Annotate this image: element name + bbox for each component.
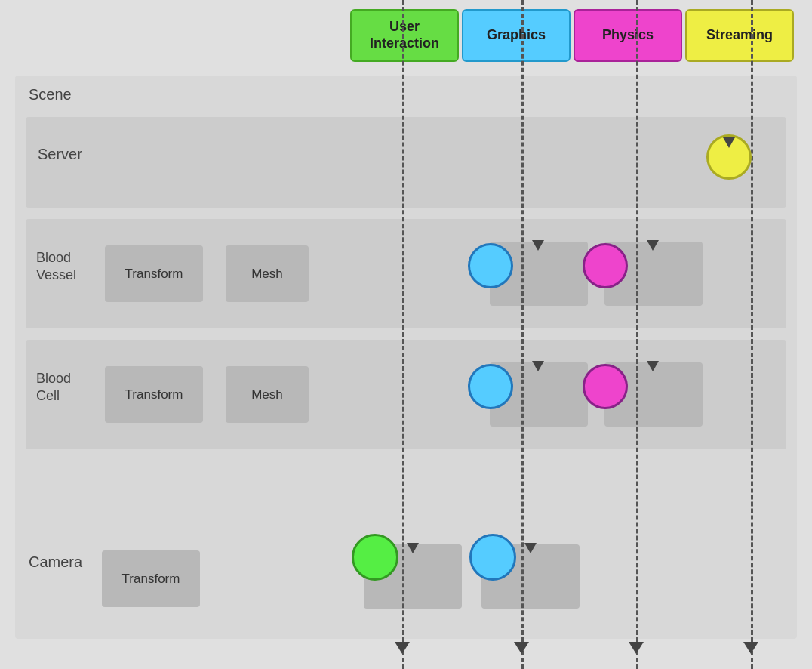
arrow-bv-graphics — [532, 240, 544, 251]
blood-vessel-transform: Transform — [105, 245, 203, 302]
arrow-server-streaming — [723, 137, 735, 148]
scene-label: Scene — [29, 86, 72, 103]
header-row: User Interaction Graphics Physics Stream… — [0, 9, 812, 62]
circle-camera-graphics — [469, 534, 516, 581]
camera-section: Camera Transform — [15, 522, 797, 639]
circle-blood-vessel-physics — [583, 243, 628, 288]
server-section: Server — [26, 117, 786, 208]
main-container: User Interaction Graphics Physics Stream… — [0, 0, 812, 669]
arrow-cam-graphics — [524, 543, 537, 553]
dashed-line-streaming — [751, 0, 753, 669]
blood-vessel-section: Blood Vessel Transform Mesh — [26, 219, 786, 328]
scene-section: Scene Server Blood Vessel Transform Mesh — [15, 76, 797, 593]
arrow-bc-graphics — [532, 361, 544, 371]
blood-cell-label: Blood Cell — [36, 370, 71, 405]
dashed-line-graphics — [521, 0, 524, 669]
arrow-bottom-user — [395, 642, 410, 654]
arrow-bc-physics — [647, 361, 659, 371]
label-user-interaction: User Interaction — [350, 9, 459, 62]
blood-vessel-label: Blood Vessel — [36, 249, 76, 285]
label-physics: Physics — [574, 9, 682, 62]
circle-blood-vessel-graphics — [468, 243, 513, 288]
arrow-cam-user — [407, 543, 419, 553]
blood-cell-transform: Transform — [105, 366, 203, 423]
circle-blood-cell-graphics — [468, 364, 513, 409]
dashed-line-user — [402, 0, 404, 669]
blood-vessel-mesh: Mesh — [226, 245, 309, 302]
label-streaming: Streaming — [685, 9, 794, 62]
camera-transform: Transform — [102, 550, 200, 607]
server-label: Server — [38, 146, 82, 163]
arrow-bottom-graphics — [514, 642, 529, 654]
arrow-bottom-physics — [629, 642, 644, 654]
arrow-bv-physics — [647, 240, 659, 251]
blood-cell-section: Blood Cell Transform Mesh — [26, 340, 786, 449]
blood-cell-mesh: Mesh — [226, 366, 309, 423]
circle-camera-user — [352, 534, 398, 581]
dashed-line-physics — [636, 0, 638, 669]
camera-label: Camera — [29, 553, 82, 571]
label-graphics: Graphics — [462, 9, 571, 62]
circle-blood-cell-physics — [583, 364, 628, 409]
arrow-bottom-streaming — [743, 642, 758, 654]
